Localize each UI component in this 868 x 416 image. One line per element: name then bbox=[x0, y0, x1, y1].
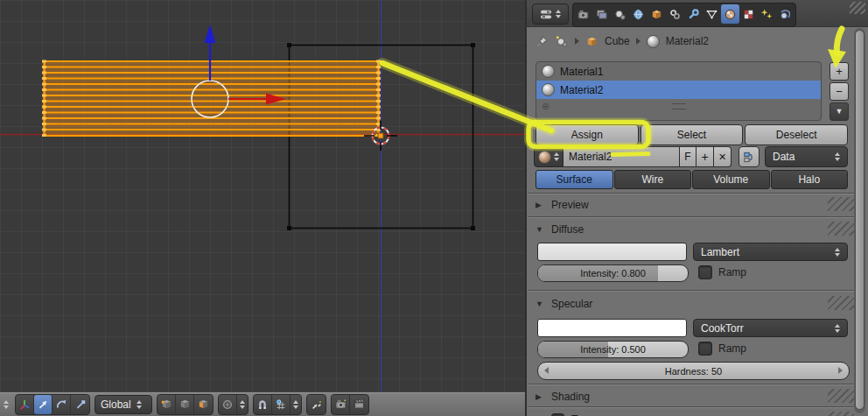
diffuse-panel-title: Diffuse bbox=[551, 223, 584, 236]
tab-constraints[interactable] bbox=[666, 4, 684, 24]
specular-intensity-slider[interactable]: Intensity: 0.500 bbox=[537, 341, 689, 358]
specular-ramp-checkbox[interactable] bbox=[698, 342, 712, 356]
assign-row: Assign Select Deselect bbox=[536, 124, 848, 145]
slot-specials-button[interactable]: ▼ bbox=[830, 102, 849, 121]
rotate-mode-button[interactable] bbox=[52, 395, 71, 414]
manipulate-centers-button[interactable] bbox=[306, 394, 326, 415]
tab-texture[interactable] bbox=[739, 4, 758, 24]
snap-group bbox=[253, 394, 302, 415]
diffuse-shader-dropdown[interactable]: Lambert bbox=[693, 243, 848, 261]
opengl-animation-icon[interactable] bbox=[350, 395, 368, 414]
properties-context-tabs bbox=[572, 3, 796, 27]
orientation-value: Global bbox=[101, 398, 131, 411]
cube-icon bbox=[585, 35, 598, 48]
face-select-icon[interactable] bbox=[194, 395, 213, 414]
diffuse-intensity-label: Intensity: 0.800 bbox=[538, 265, 688, 281]
editor-type-selector[interactable] bbox=[532, 4, 569, 25]
select-button[interactable]: Select bbox=[640, 124, 744, 145]
unlink-material-button[interactable]: ✕ bbox=[714, 146, 732, 167]
specular-color-swatch[interactable] bbox=[537, 319, 687, 337]
scene-icon[interactable] bbox=[555, 35, 569, 48]
select-mode-group bbox=[157, 394, 214, 415]
transparency-panel-header[interactable]: ▶ Transparency bbox=[528, 409, 868, 416]
transparency-checkbox[interactable] bbox=[551, 413, 564, 416]
diffuse-color-swatch[interactable] bbox=[537, 243, 687, 261]
viewport-scene bbox=[0, 0, 525, 391]
tab-modifiers[interactable] bbox=[684, 4, 703, 24]
expand-arrow-icon: ▶ bbox=[536, 201, 544, 209]
tab-world[interactable] bbox=[629, 4, 648, 24]
properties-scrollbar[interactable] bbox=[854, 28, 865, 413]
scrollbar-thumb[interactable] bbox=[855, 30, 864, 410]
diffuse-panel-header[interactable]: ▼ Diffuse bbox=[528, 219, 868, 240]
link-mode-dropdown[interactable]: Data bbox=[765, 146, 848, 167]
tab-physics[interactable] bbox=[776, 4, 794, 24]
specular-shader-dropdown[interactable]: CookTorr bbox=[693, 319, 848, 337]
viewport-header: Global bbox=[0, 391, 525, 416]
scale-mode-button[interactable] bbox=[71, 395, 89, 414]
material-slot-name: Material1 bbox=[560, 66, 603, 78]
tab-wire[interactable]: Wire bbox=[614, 170, 692, 189]
material-slot-name: Material2 bbox=[560, 84, 603, 96]
shading-panel-title: Shading bbox=[551, 391, 590, 403]
list-add-icon[interactable]: ⊕ bbox=[542, 101, 550, 112]
preview-panel-header[interactable]: ▶ Preview bbox=[528, 194, 868, 215]
shading-panel-header[interactable]: ▶ Shading bbox=[528, 386, 868, 407]
tab-render[interactable] bbox=[574, 4, 592, 24]
specular-panel-header[interactable]: ▼ Specular bbox=[528, 293, 868, 314]
proportional-edit-dropdown[interactable] bbox=[218, 394, 248, 415]
hardness-slider[interactable]: Hardness: 50 bbox=[537, 362, 850, 380]
browse-material-button[interactable] bbox=[534, 146, 564, 167]
diffuse-intensity-slider[interactable]: Intensity: 0.800 bbox=[537, 264, 689, 282]
snap-magnet-icon[interactable] bbox=[254, 395, 272, 414]
material-slot-row-selected[interactable]: Material2 bbox=[536, 81, 821, 99]
breadcrumb-separator bbox=[575, 38, 579, 45]
material-sphere-icon bbox=[647, 35, 660, 48]
manipulator-group bbox=[15, 394, 90, 415]
opengl-render-group bbox=[331, 394, 369, 415]
remove-slot-button[interactable]: − bbox=[830, 82, 849, 101]
tab-object[interactable] bbox=[648, 4, 666, 24]
fake-user-button[interactable]: F bbox=[680, 146, 696, 167]
diffuse-ramp-checkbox[interactable] bbox=[698, 265, 712, 279]
edge-select-icon[interactable] bbox=[176, 395, 194, 414]
list-resize-grip[interactable] bbox=[672, 103, 686, 109]
breadcrumb-material[interactable]: Material2 bbox=[666, 35, 709, 47]
viewport-canvas[interactable] bbox=[0, 0, 525, 391]
preview-panel-title: Preview bbox=[551, 199, 589, 211]
material-slot-row[interactable]: Material1 bbox=[536, 62, 821, 81]
tab-surface[interactable]: Surface bbox=[536, 170, 613, 189]
tab-scene[interactable] bbox=[611, 4, 629, 24]
nodes-icon bbox=[743, 151, 756, 164]
material-name-field[interactable]: Material2 bbox=[564, 146, 680, 167]
diffuse-ramp-label: Ramp bbox=[718, 266, 746, 279]
orientation-dropdown[interactable]: Global bbox=[94, 395, 152, 414]
use-nodes-button[interactable] bbox=[738, 146, 760, 167]
opengl-render-icon[interactable] bbox=[332, 395, 350, 414]
panel-drag-hatch bbox=[828, 412, 854, 416]
tab-volume[interactable]: Volume bbox=[692, 170, 770, 189]
vertex-select-icon[interactable] bbox=[158, 395, 176, 414]
deselect-button[interactable]: Deselect bbox=[745, 124, 848, 145]
add-slot-button[interactable]: + bbox=[830, 62, 849, 81]
editor-type-stepper[interactable] bbox=[2, 400, 10, 409]
tab-particles[interactable] bbox=[758, 4, 776, 24]
snap-element-icon[interactable] bbox=[272, 395, 290, 414]
tab-material[interactable] bbox=[721, 4, 739, 24]
new-material-button[interactable]: + bbox=[696, 146, 714, 167]
translate-mode-button[interactable] bbox=[34, 395, 52, 414]
properties-panel: Cube Material2 Material1 Material2 ⊕ + −… bbox=[525, 0, 868, 416]
manipulate-centers-icon bbox=[307, 395, 326, 414]
breadcrumb-object[interactable]: Cube bbox=[605, 35, 630, 47]
z-axis-handle[interactable] bbox=[205, 25, 216, 43]
selected-face-loop[interactable] bbox=[44, 60, 380, 138]
expand-arrow-icon: ▼ bbox=[536, 225, 544, 234]
pin-icon[interactable] bbox=[536, 35, 549, 48]
tab-render-layers[interactable] bbox=[592, 4, 611, 24]
assign-button[interactable]: Assign bbox=[536, 124, 639, 145]
manipulator-axes-icon[interactable] bbox=[16, 395, 34, 414]
tab-object-data[interactable] bbox=[703, 4, 721, 24]
tab-halo[interactable]: Halo bbox=[771, 170, 849, 189]
material-name-value: Material2 bbox=[569, 151, 612, 163]
material-type-tabs: Surface Wire Volume Halo bbox=[536, 170, 848, 189]
